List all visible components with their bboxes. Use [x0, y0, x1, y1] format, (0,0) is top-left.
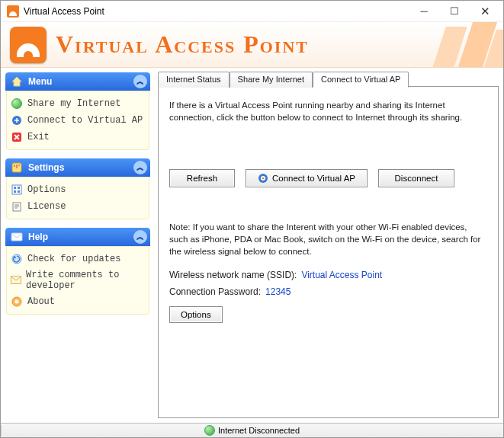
sidebar-item-about[interactable]: About: [9, 293, 146, 310]
tab-label: Internet Status: [166, 75, 221, 84]
sidebar-item-exit[interactable]: Exit: [9, 129, 146, 145]
menu-panel: Menu ︽ Share my Internet Connect to Virt…: [5, 72, 150, 151]
password-row: Connection Password:12345: [169, 286, 487, 297]
connect-to-virtual-ap-button[interactable]: Connect to Virtual AP: [246, 169, 368, 187]
banner-decoration: [419, 22, 503, 68]
banner-title: Virtual Access Point: [56, 30, 309, 59]
menu-panel-header[interactable]: Menu ︽: [5, 72, 150, 91]
tab-internet-status[interactable]: Internet Status: [158, 72, 230, 88]
ssid-value: Virtual Access Point: [301, 270, 382, 280]
sidebar-item-label: License: [27, 201, 66, 212]
sidebar-item-write-comments[interactable]: Write comments to developer: [9, 267, 146, 293]
tab-connect-to-virtual-ap[interactable]: Connect to Virtual AP: [313, 72, 409, 88]
sidebar-item-label: Write comments to developer: [26, 270, 145, 291]
tab-strip: Internet Status Share My Internet Connec…: [158, 71, 409, 87]
svg-point-16: [262, 177, 265, 180]
settings-panel-title: Settings: [28, 162, 64, 173]
options-button[interactable]: Options: [169, 306, 223, 323]
svg-rect-7: [18, 190, 20, 193]
svg-rect-6: [14, 190, 16, 193]
svg-rect-9: [11, 233, 22, 241]
chevron-up-icon[interactable]: ︽: [133, 161, 147, 174]
app-icon: [7, 5, 19, 18]
password-value: 12345: [265, 286, 291, 297]
minimize-button[interactable]: ─: [409, 2, 439, 21]
close-button[interactable]: ✕: [470, 2, 500, 21]
sidebar-item-label: Connect to Virtual AP: [27, 115, 143, 126]
sidebar-item-label: Options: [27, 184, 66, 195]
menu-panel-title: Menu: [28, 76, 52, 87]
connect-icon: [11, 114, 23, 126]
refresh-button[interactable]: Refresh: [169, 169, 235, 187]
ssid-row: Wireless network name (SSID):Virtual Acc…: [169, 270, 487, 280]
window-title: Virtual Access Point: [24, 6, 409, 17]
update-icon: [11, 253, 23, 265]
sidebar-item-share-internet[interactable]: Share my Internet: [9, 95, 146, 112]
about-icon: [11, 296, 23, 308]
globe-icon: [204, 425, 215, 436]
options-icon: [11, 184, 23, 196]
titlebar: Virtual Access Point ─ ☐ ✕: [1, 1, 503, 22]
help-panel-header[interactable]: Help ︽: [5, 228, 150, 246]
svg-rect-3: [12, 185, 21, 194]
sidebar-item-label: Exit: [27, 132, 50, 142]
settings-icon: [10, 161, 24, 174]
exit-icon: [11, 131, 23, 143]
envelope-icon: [11, 274, 21, 286]
settings-panel-header[interactable]: Settings ︽: [5, 158, 150, 177]
chevron-up-icon[interactable]: ︽: [133, 230, 147, 244]
maximize-button[interactable]: ☐: [439, 2, 470, 21]
help-panel-title: Help: [28, 232, 48, 242]
button-row: Refresh Connect to Virtual AP Disconnect: [169, 169, 487, 187]
svg-rect-5: [18, 187, 20, 189]
sidebar-item-label: Check for updates: [27, 254, 120, 264]
app-logo-icon: [10, 27, 47, 63]
globe-icon: [11, 98, 23, 110]
button-label: Options: [181, 310, 211, 319]
sidebar-item-label: About: [27, 296, 55, 307]
button-label: Disconnect: [395, 174, 438, 183]
sidebar-item-connect-ap[interactable]: Connect to Virtual AP: [9, 112, 146, 129]
password-label: Connection Password:: [169, 286, 261, 297]
help-panel: Help ︽ Check for updates Write comments …: [5, 228, 150, 315]
button-label: Refresh: [187, 174, 217, 183]
sidebar-item-check-updates[interactable]: Check for updates: [9, 251, 146, 267]
connect-icon: [258, 173, 268, 184]
ssid-label: Wireless network name (SSID):: [169, 270, 297, 280]
home-icon: [10, 75, 24, 88]
disconnect-button[interactable]: Disconnect: [378, 169, 454, 187]
status-text: Internet Disconnected: [218, 426, 300, 435]
mail-icon: [10, 230, 24, 244]
sidebar-item-label: Share my Internet: [27, 98, 120, 109]
instruction-text: If there is a Virtual Access Point runni…: [169, 99, 487, 123]
chevron-up-icon[interactable]: ︽: [133, 75, 147, 88]
tab-share-my-internet[interactable]: Share My Internet: [230, 72, 313, 88]
license-icon: [11, 200, 23, 213]
settings-panel: Settings ︽ Options License: [5, 158, 150, 220]
button-label: Connect to Virtual AP: [272, 174, 355, 183]
banner: Virtual Access Point: [1, 22, 503, 68]
svg-point-13: [15, 300, 19, 304]
svg-rect-4: [14, 187, 16, 189]
sidebar-item-options[interactable]: Options: [9, 181, 146, 198]
sidebar: Menu ︽ Share my Internet Connect to Virt…: [1, 68, 153, 423]
tab-page: If there is a Virtual Access Point runni…: [158, 86, 499, 418]
note-text: Note: If you want to share the Interent …: [169, 221, 487, 257]
status-bar: Internet Disconnected: [1, 423, 503, 437]
tab-label: Connect to Virtual AP: [321, 75, 400, 84]
content-area: Internet Status Share My Internet Connec…: [153, 68, 503, 423]
sidebar-item-license[interactable]: License: [9, 198, 146, 215]
tab-label: Share My Internet: [238, 75, 304, 84]
